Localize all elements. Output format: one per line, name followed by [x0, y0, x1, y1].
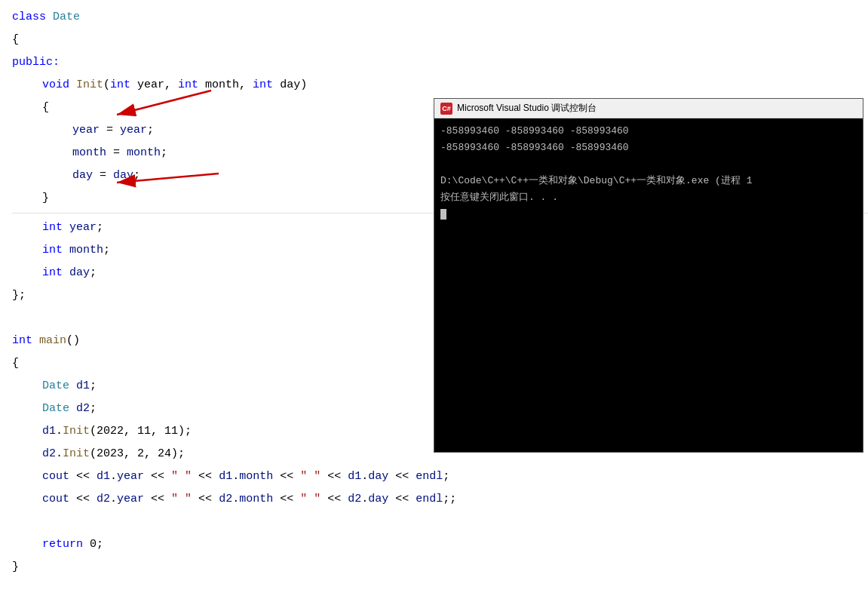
console-line-3: D:\Code\C++\C++一类和对象\Debug\C++一类和对象.exe … — [440, 173, 857, 189]
code-editor: class Date { public: void Init(int year,… — [0, 0, 868, 599]
console-title: Microsoft Visual Studio 调试控制台 — [457, 102, 597, 115]
line-return: return 0; — [42, 533, 868, 556]
vs-icon: C# — [440, 103, 452, 115]
console-line-blank — [440, 156, 857, 173]
console-line-4: 按任意键关闭此窗口. . . — [440, 189, 857, 206]
line-class: class Date — [12, 6, 868, 29]
classname-date: Date — [53, 6, 80, 29]
console-window[interactable]: C# Microsoft Visual Studio 调试控制台 -858993… — [434, 98, 863, 453]
line-cout-d1: cout << d1.year << " " << d1.month << " … — [42, 465, 868, 488]
line-cout-d2: cout << d2.year << " " << d2.month << " … — [42, 488, 868, 511]
line-public: public: — [12, 51, 868, 74]
console-body: -858993460 -858993460 -858993460 -858993… — [434, 118, 863, 227]
line-open-brace-1: { — [12, 29, 868, 51]
cursor-block — [440, 209, 446, 220]
line-close-main: } — [12, 556, 868, 579]
console-line-1: -858993460 -858993460 -858993460 — [440, 123, 857, 140]
keyword-class: class — [12, 6, 53, 29]
console-line-2: -858993460 -858993460 -858993460 — [440, 140, 857, 156]
line-void-init: void Init(int year, int month, int day) — [42, 74, 868, 97]
console-titlebar: C# Microsoft Visual Studio 调试控制台 — [434, 99, 863, 118]
console-cursor-line — [440, 206, 857, 223]
line-blank-2 — [12, 511, 868, 533]
